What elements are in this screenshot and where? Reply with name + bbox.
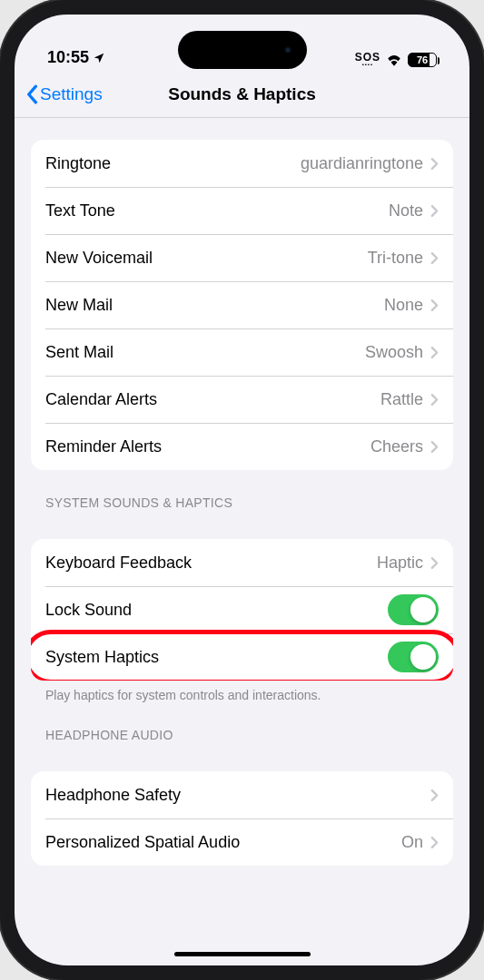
- phone-frame: 10:55 SOS •••• 76: [0, 0, 484, 980]
- system-group: Keyboard Feedback Haptic Lock Sound: [31, 539, 453, 681]
- row-label: Text Tone: [45, 201, 115, 220]
- chevron-right-icon: [430, 157, 439, 171]
- battery-indicator: 76: [408, 53, 437, 67]
- dynamic-island: [178, 31, 307, 69]
- system-section-header: System Sounds & Haptics: [31, 470, 453, 517]
- page-title: Sounds & Haptics: [168, 84, 316, 104]
- chevron-right-icon: [430, 204, 439, 218]
- row-value: None: [384, 296, 423, 315]
- row-label: System Haptics: [45, 648, 159, 667]
- row-label: Calendar Alerts: [45, 390, 157, 409]
- row-label: Headphone Safety: [45, 786, 181, 805]
- system-haptics-row[interactable]: System Haptics: [31, 633, 453, 681]
- chevron-right-icon: [430, 299, 439, 312]
- lock-sound-row[interactable]: Lock Sound: [31, 586, 453, 633]
- chevron-right-icon: [430, 440, 439, 454]
- row-label: Sent Mail: [45, 343, 114, 362]
- back-button[interactable]: Settings: [25, 84, 103, 104]
- row-label: Ringtone: [45, 154, 111, 173]
- sounds-group: RingtoneguardianringtoneText ToneNoteNew…: [31, 140, 453, 470]
- row-value: Swoosh: [365, 343, 423, 362]
- nav-header: Settings Sounds & Haptics: [15, 71, 469, 118]
- row-value: Cheers: [370, 437, 423, 456]
- sound-row[interactable]: Calendar AlertsRattle: [31, 376, 453, 423]
- sound-row[interactable]: Text ToneNote: [31, 187, 453, 234]
- headphone-group: Headphone Safety Personalized Spatial Au…: [31, 771, 453, 866]
- row-label: Keyboard Feedback: [45, 554, 192, 573]
- content: RingtoneguardianringtoneText ToneNoteNew…: [15, 118, 469, 951]
- home-indicator[interactable]: [174, 952, 311, 956]
- headphone-safety-row[interactable]: Headphone Safety: [31, 771, 453, 818]
- row-value: guardianringtone: [301, 154, 423, 173]
- back-label: Settings: [40, 84, 103, 104]
- sound-row[interactable]: New MailNone: [31, 281, 453, 328]
- chevron-right-icon: [430, 251, 439, 265]
- row-label: Lock Sound: [45, 601, 132, 620]
- row-label: New Voicemail: [45, 249, 153, 268]
- chevron-left-icon: [25, 84, 38, 104]
- sound-row[interactable]: Ringtoneguardianringtone: [31, 140, 453, 187]
- system-footer: Play haptics for system controls and int…: [31, 681, 453, 702]
- headphone-section-header: Headphone Audio: [31, 702, 453, 750]
- row-label: Personalized Spatial Audio: [45, 833, 240, 852]
- row-value: Rattle: [380, 390, 423, 409]
- row-value: Note: [389, 201, 423, 220]
- wifi-icon: [386, 54, 402, 66]
- sound-row[interactable]: Sent MailSwoosh: [31, 328, 453, 376]
- system-haptics-toggle[interactable]: [388, 642, 439, 672]
- row-value: Tri-tone: [368, 249, 423, 268]
- chevron-right-icon: [430, 556, 439, 570]
- status-time: 10:55: [47, 48, 89, 67]
- sos-indicator: SOS ••••: [355, 52, 380, 67]
- sound-row[interactable]: Reminder AlertsCheers: [31, 423, 453, 470]
- row-value: On: [401, 833, 423, 852]
- chevron-right-icon: [430, 346, 439, 359]
- row-value: Haptic: [377, 554, 423, 573]
- row-label: Reminder Alerts: [45, 437, 162, 456]
- chevron-right-icon: [430, 836, 439, 849]
- location-icon: [93, 52, 105, 64]
- lock-sound-toggle[interactable]: [388, 594, 439, 625]
- spatial-audio-row[interactable]: Personalized Spatial Audio On: [31, 818, 453, 866]
- row-label: New Mail: [45, 296, 113, 315]
- keyboard-feedback-row[interactable]: Keyboard Feedback Haptic: [31, 539, 453, 586]
- chevron-right-icon: [430, 393, 439, 407]
- chevron-right-icon: [430, 789, 439, 802]
- sound-row[interactable]: New VoicemailTri-tone: [31, 234, 453, 281]
- screen: 10:55 SOS •••• 76: [15, 15, 469, 965]
